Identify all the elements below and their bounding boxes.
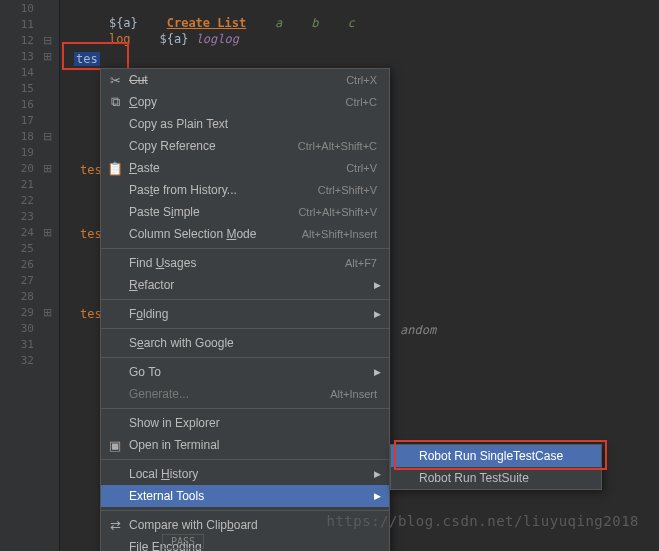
selected-text[interactable]: tes — [74, 52, 100, 66]
menu-label: Copy Reference — [129, 139, 298, 153]
menu-label: Folding — [129, 307, 168, 321]
shortcut: Alt+Shift+Insert — [302, 228, 377, 240]
line-num: 31 — [0, 338, 34, 351]
menu-label: Copy as Plain Text — [129, 117, 377, 131]
arg: a — [275, 16, 282, 30]
gutter: 10 11 12 ⊟ 13 ⊞ 14 15 16 17 18 ⊟ 19 20 ⊞… — [0, 0, 60, 551]
shortcut: Ctrl+X — [346, 74, 377, 86]
shortcut: Alt+Insert — [330, 388, 377, 400]
menu-label: Find Usages — [129, 256, 196, 270]
fold-expand-icon[interactable]: ⊞ — [40, 50, 54, 64]
fold-expand-icon[interactable]: ⊞ — [40, 162, 54, 176]
menu-copy-plain[interactable]: Copy as Plain Text — [101, 113, 389, 135]
menu-folding[interactable]: Folding ▶ — [101, 303, 389, 325]
line-num: 15 — [0, 82, 34, 95]
menu-label: Search with Google — [129, 336, 234, 350]
menu-paste-history[interactable]: Paste from History... Ctrl+Shift+V — [101, 179, 389, 201]
selection-highlight-box — [394, 440, 607, 470]
menu-external-tools[interactable]: External Tools ▶ — [101, 485, 389, 507]
test-name[interactable]: tes — [80, 307, 102, 321]
context-menu: ✂ Cut Ctrl+X ⧉ Copy Ctrl+C Copy as Plain… — [100, 68, 390, 551]
paste-icon: 📋 — [107, 161, 123, 176]
line-num: 32 — [0, 354, 34, 367]
line-num: 26 — [0, 258, 34, 271]
menu-label: Show in Explorer — [129, 416, 377, 430]
menu-copy[interactable]: ⧉ Copy Ctrl+C — [101, 91, 389, 113]
test-name[interactable]: tes — [80, 227, 102, 241]
menu-cut[interactable]: ✂ Cut Ctrl+X — [101, 69, 389, 91]
text: andom — [400, 323, 436, 337]
menu-label: efactor — [138, 278, 175, 292]
line-num: 13 — [0, 50, 34, 63]
menu-label: Compare with Clipboard — [129, 518, 258, 532]
line-num: 20 — [0, 162, 34, 175]
shortcut: Alt+F7 — [345, 257, 377, 269]
line-num: 14 — [0, 66, 34, 79]
fold-expand-icon[interactable]: ⊞ — [40, 306, 54, 320]
shortcut: Ctrl+Alt+Shift+V — [298, 206, 377, 218]
menu-label: Robot Run TestSuite — [419, 471, 589, 485]
arg: c — [347, 16, 354, 30]
menu-search-google[interactable]: Search with Google — [101, 332, 389, 354]
menu-separator — [101, 408, 389, 409]
test-name[interactable]: tes — [80, 163, 102, 177]
menu-generate[interactable]: Generate... Alt+Insert — [101, 383, 389, 405]
cut-icon: ✂ — [107, 73, 123, 88]
shortcut: Ctrl+C — [346, 96, 377, 108]
fold-collapse-icon[interactable]: ⊟ — [40, 34, 54, 48]
line-num: 22 — [0, 194, 34, 207]
fold-expand-icon[interactable]: ⊞ — [40, 226, 54, 240]
menu-column-selection[interactable]: Column Selection Mode Alt+Shift+Insert — [101, 223, 389, 245]
menu-label: Paste Simple — [129, 205, 200, 219]
menu-copy-reference[interactable]: Copy Reference Ctrl+Alt+Shift+C — [101, 135, 389, 157]
menu-goto[interactable]: Go To ▶ — [101, 361, 389, 383]
menu-file-encoding[interactable]: File Encoding — [101, 536, 389, 551]
menu-label: External Tools — [129, 489, 377, 503]
line-num: 24 — [0, 226, 34, 239]
line-num: 17 — [0, 114, 34, 127]
line-num: 12 — [0, 34, 34, 47]
menu-paste-simple[interactable]: Paste Simple Ctrl+Alt+Shift+V — [101, 201, 389, 223]
menu-separator — [101, 357, 389, 358]
line-num: 23 — [0, 210, 34, 223]
line-num: 18 — [0, 130, 34, 143]
menu-paste[interactable]: 📋 Paste Ctrl+V — [101, 157, 389, 179]
menu-label: Generate... — [129, 387, 330, 401]
copy-icon: ⧉ — [107, 94, 123, 110]
menu-open-terminal[interactable]: ▣ Open in Terminal — [101, 434, 389, 456]
arg: b — [311, 16, 318, 30]
menu-separator — [101, 328, 389, 329]
menu-local-history[interactable]: Local History ▶ — [101, 463, 389, 485]
shortcut: Ctrl+V — [346, 162, 377, 174]
submenu-arrow-icon: ▶ — [374, 280, 381, 290]
line-num: 25 — [0, 242, 34, 255]
fold-collapse-icon[interactable]: ⊟ — [40, 130, 54, 144]
menu-label: Local History — [129, 467, 198, 481]
line-num: 19 — [0, 146, 34, 159]
submenu-robot-run-suite[interactable]: Robot Run TestSuite — [391, 467, 601, 489]
menu-refactor[interactable]: Refactor ▶ — [101, 274, 389, 296]
line-num: 28 — [0, 290, 34, 303]
submenu-arrow-icon: ▶ — [374, 309, 381, 319]
menu-label: Open in Terminal — [129, 438, 377, 452]
submenu-arrow-icon: ▶ — [374, 367, 381, 377]
line-num: 16 — [0, 98, 34, 111]
status-tab[interactable]: PASS — [162, 534, 204, 549]
line-num: 21 — [0, 178, 34, 191]
line-num: 29 — [0, 306, 34, 319]
watermark-text: https://blog.csdn.net/liuyuqing2018 — [326, 513, 639, 529]
menu-find-usages[interactable]: Find Usages Alt+F7 — [101, 252, 389, 274]
variable: ${a} — [160, 32, 189, 46]
terminal-icon: ▣ — [107, 438, 123, 453]
submenu-arrow-icon: ▶ — [374, 469, 381, 479]
menu-separator — [101, 248, 389, 249]
shortcut: Ctrl+Alt+Shift+C — [298, 140, 377, 152]
menu-separator — [101, 459, 389, 460]
compare-icon: ⇄ — [107, 518, 123, 533]
line-num: 30 — [0, 322, 34, 335]
menu-separator — [101, 299, 389, 300]
menu-show-explorer[interactable]: Show in Explorer — [101, 412, 389, 434]
line-num: 27 — [0, 274, 34, 287]
text: loglog — [196, 32, 239, 46]
menu-label: Column Selection Mode — [129, 227, 256, 241]
